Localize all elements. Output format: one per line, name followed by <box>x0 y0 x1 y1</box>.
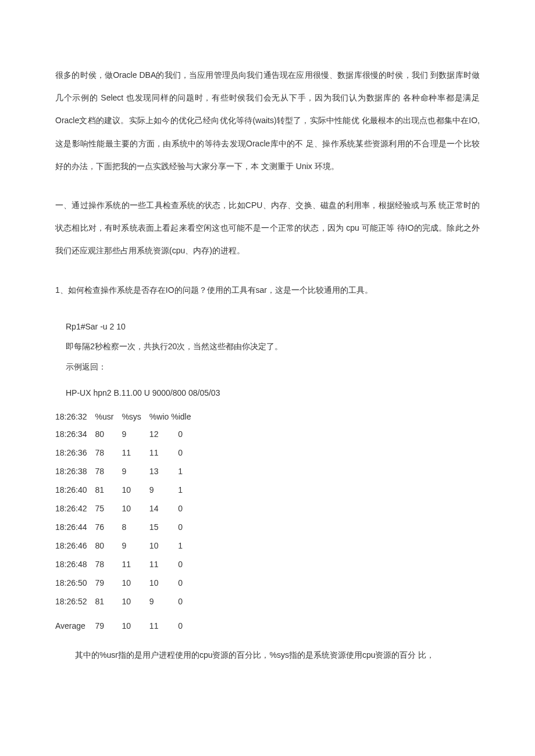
table-row: 18:26:52811090 <box>55 592 199 611</box>
table-row: 18:26:38789131 <box>55 462 199 481</box>
table-row: 18:26:46809101 <box>55 536 199 555</box>
paragraph-section1: 一、通过操作系统的一些工具检查系统的状态，比如CPU、内存、交换、磁盘的利用率，… <box>55 194 480 263</box>
paragraph-step1: 1、如何检查操作系统是否存在IO的问题？使用的工具有sar，这是一个比较通用的工… <box>55 279 480 302</box>
table-row: 18:26:44768150 <box>55 518 199 536</box>
document-page: 很多的时侯，做Oracle DBA的我们，当应用管理员向我们通告现在应用很慢、数… <box>0 0 535 700</box>
code-line: Rp1#Sar -u 2 10 <box>55 318 480 336</box>
env-line: HP-UX hpn2 B.11.00 U 9000/800 08/05/03 <box>55 386 480 399</box>
col-time: 18:26:32 <box>55 407 95 425</box>
col-usr: %usr <box>95 407 122 425</box>
table-row: 18:26:34809120 <box>55 425 199 443</box>
paragraph-intro: 很多的时侯，做Oracle DBA的我们，当应用管理员向我们通告现在应用很慢、数… <box>55 64 480 178</box>
paragraph-explain-columns: 其中的%usr指的是用户进程使用的cpu资源的百分比，%sys指的是系统资源使用… <box>55 646 480 665</box>
table-row: 18:26:487811110 <box>55 555 199 574</box>
paragraph-output-label: 示例返回： <box>55 358 480 376</box>
table-row: 18:26:40811091 <box>55 481 199 499</box>
table-average-row: Average7910110 <box>55 617 199 635</box>
col-wio-idle: %wio %idle <box>149 407 199 425</box>
table-row: 18:26:367811110 <box>55 443 199 462</box>
paragraph-explain: 即每隔2秒检察一次，共执行20次，当然这些都由你决定了。 <box>55 338 480 356</box>
col-sys: %sys <box>122 407 149 425</box>
table-header: 18:26:32 %usr %sys %wio %idle <box>55 407 199 425</box>
table-row: 18:26:427510140 <box>55 499 199 518</box>
sar-table: 18:26:32 %usr %sys %wio %idle 18:26:3480… <box>55 407 199 635</box>
table-row: 18:26:507910100 <box>55 574 199 592</box>
